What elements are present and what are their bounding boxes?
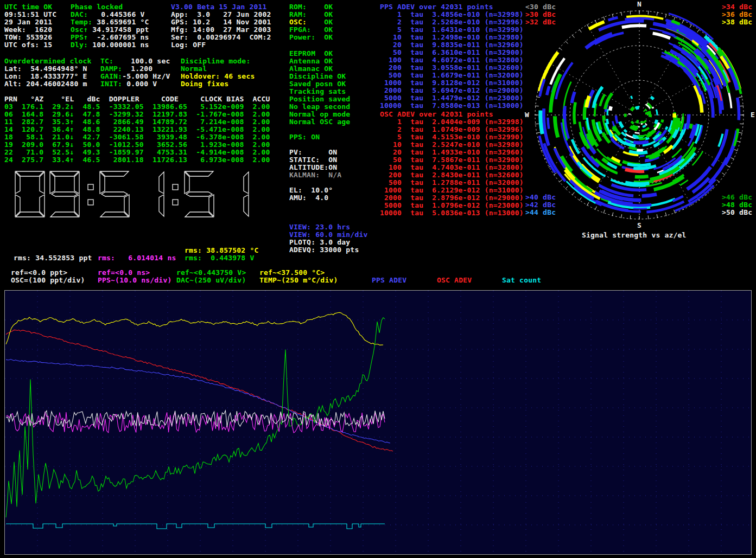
satellite-table-line-4: 14 120.7 36.4↑ 48.8 2240.13 13221.93 -5.… — [4, 126, 270, 133]
oscillator-status-panel: Phase lockedDAC: 0.445366 VTemp: 38.6596… — [71, 3, 149, 49]
pps-adev-table-line-7: 100 tau 4.6072e-011 (n=32800) — [380, 56, 524, 64]
self-test-panel-line-0: ROM: OK — [289, 3, 333, 11]
discipline-mode-panel-line-2: Holdover: 46 secs — [181, 73, 255, 80]
utc-status-panel-line-5: UTC ofs: 15 — [4, 41, 56, 49]
position-panel-line-1: Lat: 54.4964948° N — [4, 65, 92, 73]
view-info-panel-line-2: PLOTQ: 3.0 day — [289, 239, 367, 246]
discipline-mode-panel-line-3: Doing fixes — [181, 80, 255, 88]
pps-status-panel-line-0: PPS: ON — [289, 133, 320, 141]
osc-adev-legend: OSC ADEV — [437, 277, 472, 284]
receiver-status-panel-line-4: Saved posn OK — [289, 80, 350, 88]
osc-adev-table-line-8: 200 tau 2.8430e-011 (n=32600) — [380, 171, 524, 179]
rms-pps-readout-line-0: rms: 6.014014 ns — [98, 254, 176, 262]
oscillator-status-panel-line-1: DAC: 0.445366 V — [71, 11, 149, 18]
osc-adev-table-line-13: 10000 tau 5.0836e-013 (n=13000) — [380, 209, 524, 217]
discipline-mode-panel-line-1: Normal — [181, 65, 255, 73]
receiver-status-panel-line-8: Normal op mode — [289, 111, 350, 118]
view-info-panel-line-1: VIEW: 60.0 min/div — [289, 231, 367, 239]
satellite-table-line-1: 03 176.1 29.2↓ 48.5 -3332.05 13986.65 5.… — [4, 103, 270, 111]
pps-adev-table-line-0: PPS ADEV over 42031 points — [380, 3, 524, 11]
utc-status-panel-line-1: 09:51:51 UTC — [4, 11, 56, 18]
osc-adev-table-line-0: OSC ADEV over 42031 points — [380, 111, 524, 118]
oscillator-status-panel-line-2: Temp: 38.659691 °C — [71, 18, 149, 26]
pps-adev-legend: PPS ADEV — [372, 277, 406, 284]
loop-params-panel-line-2: GAIN:-5.000 Hz/V — [100, 73, 170, 80]
receiver-status-panel-line-2: Almanac OK — [289, 65, 350, 73]
osc-adev-table-line-12: 5000 tau 1.0796e-012 (n=23000) — [380, 202, 524, 209]
fix-modes-panel-line-2: ALTITUDE:ON — [289, 164, 341, 171]
loop-params-panel-line-3: INIT: 0.000 V — [100, 80, 170, 88]
pps-adev-table-line-2: 2 tau 2.5268e-010 (n=32996) — [380, 18, 524, 26]
satellite-table-line-5: 18 58.1 21.0↓ 42.7 -3061.58 3939.48 -6.3… — [4, 133, 270, 141]
plot-trace-sat-count — [6, 524, 385, 529]
self-test-panel-line-2: OSC: OK — [289, 18, 333, 26]
compass-label-N: N — [637, 0, 641, 8]
osc-scale-legend: ref=<0.0 ppt>OSC=(100 ppt/div) — [11, 269, 85, 284]
sat-count-legend-line-0: Sat count — [502, 277, 541, 284]
pps-scale-legend: ref=<0.0 ns>PPS~(10.0 ns/div) — [98, 269, 171, 284]
satellite-table-line-6: 19 209.0 67.9↓ 50.0 -1012.50 3652.56 1.9… — [4, 141, 270, 149]
osc-adev-table-line-11: 2000 tau 2.8796e-012 (n=29000) — [380, 194, 524, 202]
satellite-table: PRN °AZ °EL dBc DOPPLER CODE CLOCK BIAS … — [4, 95, 270, 164]
plot-trace-pps-adev-curve — [6, 360, 390, 444]
temp-scale-legend: ref~<37.500 °C>TEMP~(250 m°C/div) — [259, 269, 338, 284]
receiver-status-panel-line-0: EEPROM OK — [289, 50, 350, 57]
version-panel-line-5: Log: OFF — [171, 41, 271, 49]
loop-params-panel-line-1: DAMP: 1.200 — [100, 65, 170, 73]
fix-modes-panel: PV: ONSTATIC: ONALTITUDE:ONKALMAN: N/A — [289, 149, 341, 179]
view-info-panel-line-0: VIEW: 23.0 hrs — [289, 223, 367, 231]
receiver-status-panel-line-1: Antenna OK — [289, 57, 350, 65]
self-test-panel-line-1: RAM: OK — [289, 11, 333, 18]
pps-scale-legend-line-1: PPS~(10.0 ns/div) — [98, 277, 171, 284]
pps-adev-table-line-9: 500 tau 1.6679e-011 (n=32000) — [380, 72, 524, 79]
rms-temp-readout-line-0: rms: 38.857502 °C — [185, 247, 258, 254]
oscillator-status-panel-line-4: PPS↑ -2.607695 ns — [71, 34, 149, 41]
mask-settings-panel-line-0: EL: 10.0° — [289, 187, 333, 194]
satellite-table-line-7: 22 71.0 52.5↓ 49.3 -1859.97 4753.31 -4.9… — [4, 149, 270, 156]
utc-status-panel-line-3: Week: 1620 — [4, 26, 56, 34]
main-plot-area[interactable] — [4, 290, 752, 555]
rms-temp-readout: rms: 38.857502 °C — [185, 247, 258, 254]
version-panel-line-4: Ser: 0.00296974 COM:2 — [171, 34, 271, 41]
utc-status-panel-line-0: UTC time OK — [4, 3, 56, 11]
oscillator-status-panel-line-5: Dly: 100.000001 ns — [71, 41, 149, 49]
compass-label-S: S — [637, 221, 641, 229]
pps-adev-table-line-10: 1000 tau 9.8128e-012 (n=31000) — [380, 79, 524, 87]
pps-adev-table-line-1: 1 tau 3.4856e-010 (n=32998) — [380, 11, 524, 18]
view-info-panel-line-3: ADEVQ: 33000 pts — [289, 246, 367, 254]
pps-adev-table-line-4: 10 tau 1.2498e-010 (n=32980) — [380, 34, 524, 41]
version-panel-line-0: V3.00 Beta 15 Jan 2011 — [171, 3, 271, 11]
osc-scale-legend-line-1: OSC=(100 ppt/div) — [11, 277, 85, 284]
version-panel: V3.00 Beta 15 Jan 2011App: 3.0 27 Jun 20… — [171, 3, 271, 49]
self-test-panel-line-4: Power: OK — [289, 34, 333, 41]
position-panel: Overdetermined clockLat: 54.4964948° NLo… — [4, 57, 92, 88]
discipline-mode-panel-line-0: Discipline mode: — [181, 57, 255, 65]
rms-dac-readout: rms: 0.443978 V — [185, 254, 254, 262]
version-panel-line-3: Mfg: 14:00 27 Mar 2003 — [171, 26, 271, 34]
rms-pps-readout: rms: 6.014014 ns — [98, 254, 176, 262]
satellite-table-line-8: 24 275.7 33.4↑ 46.5 2801.18 11726.13 6.9… — [4, 156, 270, 164]
seven-segment-clock — [14, 169, 253, 219]
view-info-panel: VIEW: 23.0 hrsVIEW: 60.0 min/divPLOTQ: 3… — [289, 223, 367, 254]
version-panel-line-1: App: 3.0 27 Jun 2002 — [171, 11, 271, 18]
pps-adev-table-line-8: 200 tau 3.0558e-011 (n=32600) — [380, 64, 524, 72]
receiver-status-panel-line-6: Position saved — [289, 95, 350, 103]
osc-scale-legend-line-0: ref=<0.0 ppt> — [11, 269, 85, 277]
fix-modes-panel-line-1: STATIC: ON — [289, 156, 341, 164]
osc-adev-table-line-4: 10 tau 2.5247e-010 (n=32980) — [380, 141, 524, 149]
mask-settings-panel-line-1: AMU: 4.0 — [289, 194, 333, 202]
compass-label-E: E — [751, 111, 755, 119]
receiver-status-panel-line-3: Discipline OK — [289, 73, 350, 80]
osc-adev-table: OSC ADEV over 42031 points 1 tau 2.0404e… — [380, 111, 524, 217]
position-panel-line-2: Lon: 18.4333777° E — [4, 73, 92, 80]
pps-adev-table-line-13: 10000 tau 7.8580e-013 (n=13000) — [380, 102, 524, 110]
osc-adev-table-line-3: 5 tau 4.5153e-010 (n=32990) — [380, 133, 524, 141]
osc-adev-table-line-6: 50 tau 7.5867e-011 (n=32900) — [380, 156, 524, 164]
pps-adev-table-line-11: 2000 tau 5.6947e-012 (n=29000) — [380, 87, 524, 94]
osc-adev-table-line-2: 2 tau 1.0749e-009 (n=32996) — [380, 126, 524, 133]
temp-scale-legend-line-1: TEMP~(250 m°C/div) — [259, 277, 338, 284]
osc-adev-table-line-5: 20 tau 1.4933e-010 (n=32960) — [380, 149, 524, 156]
compass-label-W: W — [525, 111, 529, 119]
plot-trace-pps-noise — [6, 412, 385, 433]
rms-osc-readout-line-0: rms: 34.552853 ppt — [14, 254, 92, 262]
